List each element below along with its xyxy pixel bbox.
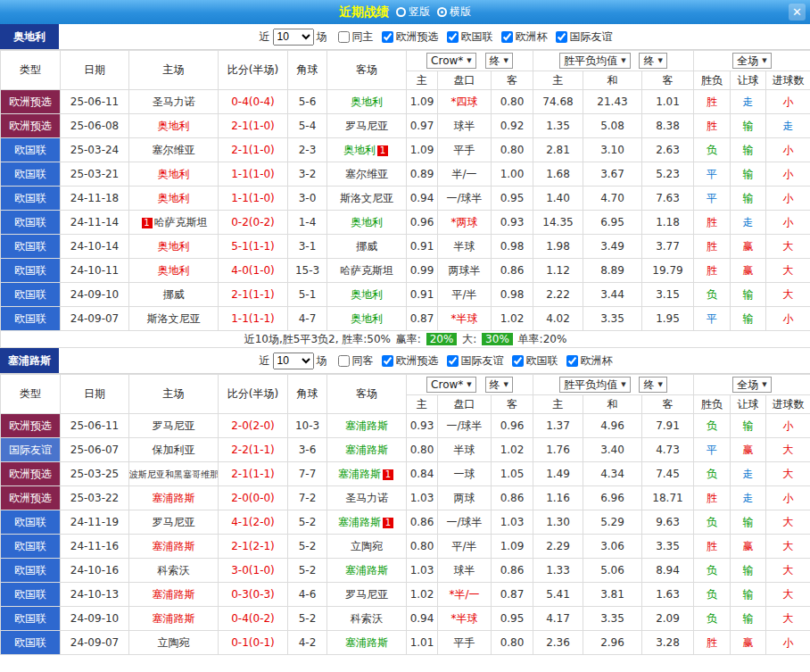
team-label: 哈萨克斯坦 (154, 216, 208, 228)
wdl-average-dropdown[interactable]: 胜平负均值▼ (559, 377, 630, 393)
wdl-average-dropdown[interactable]: 胜平负均值▼ (559, 53, 630, 69)
team-label: 罗马尼亚 (153, 516, 195, 528)
recent-count-select[interactable]: 10 (273, 353, 314, 369)
wdl-stage-dropdown[interactable]: 终▼ (639, 377, 666, 393)
match-row: 欧国联24-10-13塞浦路斯0-3(0-3)4-6罗马尼亚1.02*半/一0.… (1, 583, 810, 607)
team-label: 波斯尼亚和黑塞哥维那 (129, 469, 219, 479)
avg-away-odds: 4.73 (642, 438, 694, 462)
filter-checkbox[interactable] (382, 355, 393, 367)
odds-stage-dropdown[interactable]: 终▼ (485, 377, 513, 393)
filter-checkbox[interactable] (447, 31, 459, 43)
corners: 5-2 (288, 535, 327, 559)
filter-option[interactable]: 欧洲杯 (501, 29, 548, 45)
col-goals-result: 进球数 (766, 71, 810, 90)
filter-option[interactable]: 同主 (338, 29, 374, 45)
recent-prefix-label: 近 (260, 353, 270, 369)
filter-option[interactable]: 国际友谊 (447, 353, 504, 369)
filter-checkbox[interactable] (566, 355, 578, 367)
odds-source-label: Crow* (431, 54, 463, 67)
filter-checkbox[interactable] (447, 355, 459, 367)
result-handicap: 走 (731, 486, 766, 510)
result-handicap: 赢 (731, 535, 766, 559)
corners: 3-0 (288, 187, 327, 211)
recent-prefix-label: 近 (260, 29, 270, 45)
wdl-header-group: 胜平负均值▼ 终▼ (533, 51, 694, 71)
layout-option-vertical[interactable]: 竖版 (396, 4, 430, 20)
filter-checkbox[interactable] (338, 355, 350, 367)
odds-home: 0.84 (407, 462, 438, 486)
team-label: 圣马力诺 (153, 95, 195, 108)
avg-draw-odds: 5.29 (583, 510, 642, 535)
filter-label: 国际友谊 (570, 29, 613, 45)
match-date: 25-06-11 (61, 90, 129, 114)
filter-checkbox[interactable] (512, 355, 524, 367)
radio-label: 横版 (450, 4, 471, 20)
odds-stage-dropdown[interactable]: 终▼ (485, 53, 513, 69)
filter-label: 欧国联 (526, 353, 558, 369)
radio-icon (396, 7, 406, 17)
handicap-line: 平/半 (438, 535, 492, 559)
filter-option[interactable]: 同客 (338, 353, 374, 369)
team-label: 奥地利 (158, 120, 190, 132)
away-team: 塞浦路斯 (327, 559, 407, 583)
odds-stage-label: 终 (490, 54, 500, 67)
recent-count-select[interactable]: 10 (273, 29, 314, 46)
team-label: 挪威 (163, 288, 185, 301)
odds-away: 0.98 (492, 283, 533, 307)
close-icon[interactable]: ✕ (789, 4, 806, 21)
filter-checkbox[interactable] (382, 31, 393, 43)
col-type: 类型 (1, 51, 61, 90)
filter-option[interactable]: 欧国联 (447, 29, 493, 45)
handicap-line: *半球 (438, 607, 492, 631)
filter-option[interactable]: 欧洲预选 (382, 353, 439, 369)
filter-checkbox[interactable] (556, 31, 567, 43)
filter-option[interactable]: 欧国联 (512, 353, 558, 369)
odds-source-dropdown[interactable]: Crow*▼ (426, 53, 476, 69)
result-handicap: 输 (731, 187, 766, 211)
odds-source-dropdown[interactable]: Crow*▼ (426, 377, 476, 393)
team-name: 奥地利 (0, 24, 59, 49)
corners: 5-2 (288, 607, 327, 631)
away-team: 塞浦路斯 (327, 631, 407, 655)
filter-option[interactable]: 欧洲杯 (566, 353, 613, 369)
away-team: 塞浦路斯 (327, 438, 407, 462)
team-label: 奥地利 (158, 240, 190, 253)
col-handicap-result: 让球 (731, 395, 766, 414)
team-label: 科索沃 (158, 564, 190, 577)
team-label: 奥地利 (158, 264, 190, 277)
scope-dropdown[interactable]: 全场▼ (732, 377, 771, 393)
handicap-line: 平手 (438, 631, 492, 655)
filter-label: 同客 (352, 353, 374, 369)
filter-checkbox[interactable] (338, 31, 350, 43)
avg-away-odds: 9.63 (642, 510, 694, 535)
filter-option[interactable]: 国际友谊 (556, 29, 613, 45)
team-label: 塞浦路斯 (345, 636, 388, 649)
home-team: 塞浦路斯 (129, 535, 219, 559)
result-outcome: 胜 (694, 259, 731, 283)
avg-draw-odds: 3.81 (583, 583, 642, 607)
odds-away: 1.05 (492, 462, 533, 486)
wdl-stage-dropdown[interactable]: 终▼ (639, 53, 666, 69)
avg-away-odds: 19.79 (642, 259, 694, 283)
away-team: 奥地利 (327, 90, 407, 114)
scope-dropdown[interactable]: 全场▼ (732, 53, 771, 69)
recent-suffix-label: 场 (317, 353, 327, 369)
avg-draw-odds: 3.35 (583, 607, 642, 631)
result-goals: 大 (766, 462, 810, 486)
odds-away: 1.09 (492, 535, 533, 559)
odds-home: 1.02 (407, 583, 438, 607)
filter-option[interactable]: 欧洲预选 (382, 29, 439, 45)
corners: 4-7 (288, 307, 327, 331)
away-team: 塞尔维亚 (327, 162, 407, 187)
team-label: 塞浦路斯 (153, 588, 195, 601)
layout-option-horizontal[interactable]: 横版 (437, 4, 471, 20)
match-date: 24-10-16 (61, 559, 129, 583)
result-outcome: 负 (694, 559, 731, 583)
team-label: 奥地利 (158, 192, 190, 204)
avg-home-odds: 5.41 (533, 583, 583, 607)
team-name: 塞浦路斯 (0, 348, 59, 373)
result-outcome: 负 (694, 462, 731, 486)
chevron-down-icon: ▼ (504, 54, 508, 67)
odd-rate-label: 单率:20% (518, 333, 567, 345)
filter-checkbox[interactable] (501, 31, 513, 43)
